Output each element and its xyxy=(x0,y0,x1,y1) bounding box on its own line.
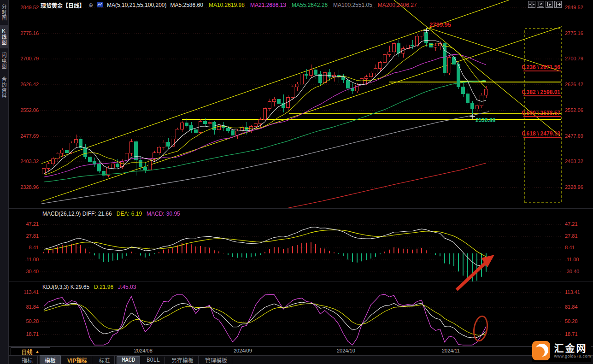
price-axis-left-2: 2700.79 xyxy=(17,56,39,61)
pan-axes-icon[interactable] xyxy=(546,1,553,8)
date-label-3: 2024/11 xyxy=(442,348,460,353)
fib-underline-3 xyxy=(523,137,561,138)
sidebar-item-2[interactable]: 闪电图 xyxy=(0,49,8,72)
macd-axis-right-3: -11.00 xyxy=(565,257,579,262)
xaxis-row: 日线 ▲ 2024/082024/092024/102024/11 xyxy=(9,346,593,356)
candles xyxy=(42,29,488,179)
macd-axis-left-2: 8.41 xyxy=(17,245,39,250)
price-axis-right-4: 2552.06 xyxy=(565,107,583,113)
fib-label-3: 0.618 \ 2479.13 xyxy=(509,130,560,137)
toolbar-icons xyxy=(528,1,562,8)
fib-label-0: 0.236 \ 2671.56 xyxy=(509,64,560,70)
crosshair-icon[interactable] xyxy=(528,1,535,8)
indicator-icon[interactable] xyxy=(97,2,103,9)
macd-axis-left-4: -30.40 xyxy=(17,269,39,274)
sidebar-item-1[interactable]: K线图 xyxy=(0,25,8,48)
period-arrow-icon: ▲ xyxy=(35,349,40,354)
footer-tab-3[interactable]: 标准 xyxy=(94,356,115,364)
ma-value-0: MA5:2586.60 xyxy=(170,2,203,8)
kdj-axis-left-0: 113.41 xyxy=(17,289,39,295)
footer-tab-1[interactable]: 模板 xyxy=(40,355,61,364)
fib-underline-1 xyxy=(523,95,561,96)
price-axis-right-7: 2328.96 xyxy=(565,184,583,190)
kdj-header: KDJ(9,3,3) K:29.65D:21.96J:45.03 xyxy=(42,284,136,290)
ma-params-label: MA(5,10,21,55,100,200) xyxy=(107,2,166,8)
kdj-axis-left-2: 50.28 xyxy=(17,318,39,324)
footer-tab-2[interactable]: VIP指标 xyxy=(63,356,92,364)
ma-value-3: MA55:2642.26 xyxy=(292,2,328,8)
footer-tab-7[interactable]: 管理模板 xyxy=(200,356,232,364)
shift-right-icon[interactable] xyxy=(554,1,562,8)
logo-name: 汇金网 xyxy=(554,343,587,354)
footer-tab-6[interactable]: 另存模板 xyxy=(167,356,199,364)
chart-canvas[interactable] xyxy=(0,0,593,364)
price-axis-right-3: 2626.42 xyxy=(565,82,583,87)
footer-tab-0[interactable]: 指标 xyxy=(17,356,38,364)
macd-axis-left-1: 27.81 xyxy=(17,233,39,239)
kdj-pane xyxy=(44,294,486,345)
kdj-axis-left-3: 18.71 xyxy=(17,331,39,337)
kdj-title: KDJ(9,3,3) K:29.65 xyxy=(42,284,89,290)
instrument-title: 现货黄金【日线】 xyxy=(41,1,85,9)
logo-icon xyxy=(532,341,550,360)
sidebar-item-3[interactable]: 合约资料 xyxy=(0,73,8,102)
macd-title: MACD(26,12,9) DIFF:-21.66 xyxy=(42,211,112,217)
peak-price-label: 2789.95 xyxy=(429,21,451,28)
period-selector[interactable]: 日线 ▲ xyxy=(11,347,50,356)
date-label-2: 2024/10 xyxy=(337,348,355,353)
fib-underline-0 xyxy=(523,70,561,71)
chart-header: 现货黄金【日线】 ⊕ MA(5,10,21,55,100,200) MA5:25… xyxy=(41,1,417,9)
fib-label-2: 0.500 \ 2538.57 xyxy=(509,110,560,116)
ma-value-5: MA200:2406.27 xyxy=(378,2,417,8)
price-axis-left-4: 2552.06 xyxy=(17,107,39,113)
macd-axis-left-0: 47.21 xyxy=(17,221,39,227)
kdj-axis-right-1: 81.84 xyxy=(565,304,578,310)
macd-axis-right-1: 27.81 xyxy=(565,233,578,239)
price-axis-left-6: 2403.32 xyxy=(17,159,39,164)
price-axis-left-1: 2775.16 xyxy=(17,30,39,36)
fib-label-1: 0.382 \ 2598.01 xyxy=(509,89,560,95)
price-axis-right-6: 2403.32 xyxy=(565,159,583,164)
ma-value-2: MA21:2686.13 xyxy=(250,2,286,8)
macd-axis-right-0: 47.21 xyxy=(565,221,578,227)
left-sidebar: 分时图K线图闪电图合约资料 xyxy=(0,0,9,364)
macd-header: MACD(26,12,9) DIFF:-21.66DEA:-6.19MACD:-… xyxy=(42,211,180,217)
macd-axis-right-4: -30.40 xyxy=(565,269,579,274)
price-axis-right-2: 2700.79 xyxy=(565,56,583,61)
kdj-axis-right-3: 18.71 xyxy=(565,331,578,337)
fib-underline-2 xyxy=(523,116,561,117)
price-axis-right-0: 2849.52 xyxy=(565,5,583,10)
ma-value-1: MA10:2619.98 xyxy=(209,2,245,8)
date-label-0: 2024/08 xyxy=(134,348,153,353)
red-ellipse-annotation xyxy=(472,315,489,342)
ma-values: MA5:2586.60MA10:2619.98MA21:2686.13MA55:… xyxy=(170,2,417,8)
price-axis-left-5: 2477.69 xyxy=(17,133,39,139)
price-axis-left-0: 2849.52 xyxy=(17,5,39,10)
kdj-d-value: D:21.96 xyxy=(94,284,113,290)
low-price-label: 2536.88 xyxy=(476,117,495,123)
price-axis-right-1: 2775.16 xyxy=(565,30,583,36)
price-axis-left-7: 2328.96 xyxy=(17,184,39,190)
link-icon[interactable]: ⊕ xyxy=(88,2,93,8)
price-axis-right-5: 2477.69 xyxy=(565,133,583,139)
period-label: 日线 xyxy=(22,348,33,356)
macd-dea-value: DEA:-6.19 xyxy=(117,211,142,217)
kdj-axis-right-0: 113.41 xyxy=(565,289,580,295)
price-axis-left-3: 2626.42 xyxy=(17,82,39,87)
template-tab-bar: 指标模板VIP指标标准MACDBOLL另存模板管理模板 xyxy=(9,355,593,364)
kdj-j-value: J:45.03 xyxy=(118,284,136,290)
macd-axis-right-2: 8.41 xyxy=(565,245,575,250)
kdj-axis-right-2: 50.28 xyxy=(565,318,578,324)
trading-app-window: 分时图K线图闪电图合约资料 现货黄金【日线】 ⊕ MA(5,10,21,55,1… xyxy=(0,0,593,364)
zoom-axes-icon[interactable] xyxy=(537,1,544,8)
site-logo[interactable]: 汇金网 www.gold678.com xyxy=(532,339,591,362)
date-label-1: 2024/09 xyxy=(234,348,252,353)
footer-tab-4[interactable]: MACD xyxy=(117,356,140,364)
sidebar-item-0[interactable]: 分时图 xyxy=(0,1,8,24)
footer-tab-5[interactable]: BOLL xyxy=(142,357,165,364)
macd-axis-left-3: -11.00 xyxy=(17,257,39,262)
macd-macd-value: MACD:-30.95 xyxy=(147,211,180,217)
logo-url: www.gold678.com xyxy=(554,354,591,358)
kdj-axis-left-1: 81.84 xyxy=(17,304,39,310)
main-pane xyxy=(41,0,563,213)
